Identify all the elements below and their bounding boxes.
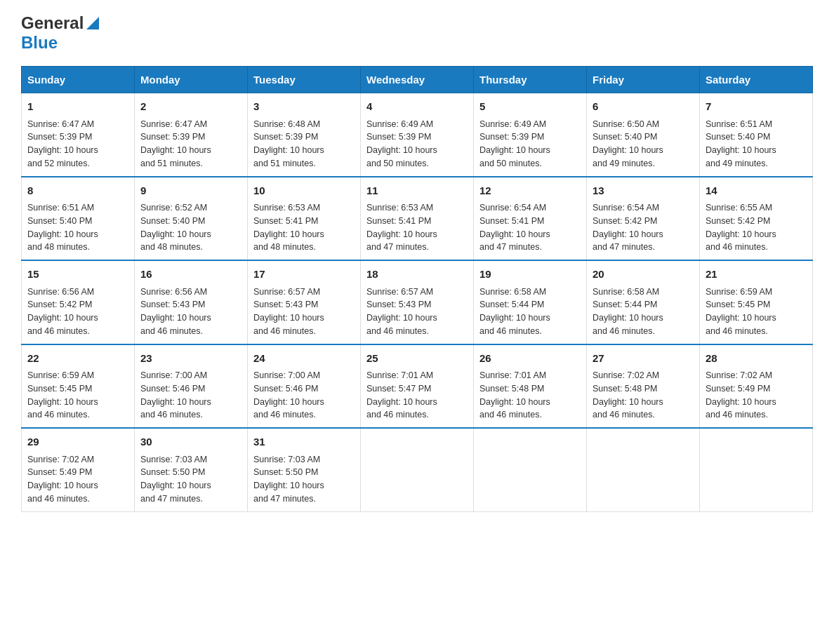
sunrise-label: Sunrise: 7:03 AM — [140, 455, 207, 464]
page-header: General Blue — [21, 14, 813, 52]
daylight-label: Daylight: 10 hours — [593, 229, 663, 239]
day-number: 15 — [27, 267, 128, 283]
daylight-label: Daylight: 10 hours — [140, 145, 211, 155]
day-number: 18 — [366, 267, 468, 283]
day-number: 27 — [593, 351, 694, 367]
calendar-week-row: 1 Sunrise: 6:47 AM Sunset: 5:39 PM Dayli… — [22, 93, 813, 177]
daylight-minutes: and 46 minutes. — [479, 410, 542, 420]
daylight-minutes: and 46 minutes. — [366, 326, 429, 336]
calendar-week-row: 29 Sunrise: 7:02 AM Sunset: 5:49 PM Dayl… — [22, 428, 813, 511]
calendar-cell: 25 Sunrise: 7:01 AM Sunset: 5:47 PM Dayl… — [361, 344, 474, 429]
daylight-label: Daylight: 10 hours — [27, 481, 98, 490]
daylight-minutes: and 46 minutes. — [706, 242, 768, 252]
sunset-label: Sunset: 5:45 PM — [27, 384, 92, 394]
calendar-cell: 28 Sunrise: 7:02 AM Sunset: 5:49 PM Dayl… — [700, 344, 813, 429]
sunset-label: Sunset: 5:42 PM — [27, 300, 92, 309]
calendar-table: SundayMondayTuesdayWednesdayThursdayFrid… — [21, 66, 813, 512]
daylight-label: Daylight: 10 hours — [140, 229, 211, 239]
calendar-cell: 20 Sunrise: 6:58 AM Sunset: 5:44 PM Dayl… — [587, 260, 700, 344]
calendar-cell — [700, 428, 813, 511]
calendar-cell: 22 Sunrise: 6:59 AM Sunset: 5:45 PM Dayl… — [22, 344, 135, 429]
calendar-week-row: 22 Sunrise: 6:59 AM Sunset: 5:45 PM Dayl… — [22, 344, 813, 429]
sunset-label: Sunset: 5:43 PM — [140, 300, 205, 309]
day-number: 22 — [27, 351, 128, 367]
daylight-label: Daylight: 10 hours — [706, 229, 776, 239]
day-number: 20 — [593, 267, 694, 283]
daylight-label: Daylight: 10 hours — [366, 229, 437, 239]
sunrise-label: Sunrise: 6:57 AM — [253, 287, 320, 297]
sunrise-label: Sunrise: 6:50 AM — [593, 119, 659, 129]
col-header-saturday: Saturday — [700, 67, 813, 93]
calendar-cell: 21 Sunrise: 6:59 AM Sunset: 5:45 PM Dayl… — [700, 260, 813, 344]
daylight-label: Daylight: 10 hours — [27, 397, 98, 407]
daylight-label: Daylight: 10 hours — [706, 313, 776, 323]
calendar-cell: 4 Sunrise: 6:49 AM Sunset: 5:39 PM Dayli… — [361, 93, 474, 177]
sunset-label: Sunset: 5:46 PM — [140, 384, 205, 394]
sunrise-label: Sunrise: 6:47 AM — [27, 119, 94, 129]
day-number: 25 — [366, 351, 468, 367]
calendar-cell: 13 Sunrise: 6:54 AM Sunset: 5:42 PM Dayl… — [587, 177, 700, 261]
logo-general: General — [21, 13, 84, 32]
calendar-cell: 23 Sunrise: 7:00 AM Sunset: 5:46 PM Dayl… — [135, 344, 248, 429]
daylight-minutes: and 49 minutes. — [706, 159, 768, 168]
sunset-label: Sunset: 5:45 PM — [706, 300, 770, 309]
daylight-minutes: and 46 minutes. — [706, 326, 768, 336]
daylight-minutes: and 47 minutes. — [253, 494, 316, 504]
sunrise-label: Sunrise: 6:56 AM — [27, 287, 94, 297]
sunrise-label: Sunrise: 7:02 AM — [593, 370, 659, 380]
daylight-label: Daylight: 10 hours — [27, 313, 98, 323]
logo-blue: Blue — [21, 34, 99, 52]
calendar-header-row: SundayMondayTuesdayWednesdayThursdayFrid… — [22, 67, 813, 93]
sunrise-label: Sunrise: 6:49 AM — [366, 119, 433, 129]
sunset-label: Sunset: 5:42 PM — [593, 216, 657, 226]
sunrise-label: Sunrise: 7:01 AM — [366, 370, 433, 380]
sunrise-label: Sunrise: 6:59 AM — [27, 370, 94, 380]
sunset-label: Sunset: 5:39 PM — [366, 132, 431, 142]
logo-text: General Blue — [21, 14, 99, 52]
day-number: 4 — [366, 99, 468, 115]
sunset-label: Sunset: 5:50 PM — [253, 467, 318, 477]
sunset-label: Sunset: 5:41 PM — [366, 216, 431, 226]
sunrise-label: Sunrise: 6:56 AM — [140, 287, 207, 297]
col-header-sunday: Sunday — [22, 67, 135, 93]
day-number: 26 — [479, 351, 581, 367]
sunrise-label: Sunrise: 6:51 AM — [27, 203, 94, 213]
calendar-cell: 29 Sunrise: 7:02 AM Sunset: 5:49 PM Dayl… — [22, 428, 135, 511]
calendar-cell: 11 Sunrise: 6:53 AM Sunset: 5:41 PM Dayl… — [361, 177, 474, 261]
day-number: 17 — [253, 267, 355, 283]
calendar-cell — [587, 428, 700, 511]
calendar-cell: 24 Sunrise: 7:00 AM Sunset: 5:46 PM Dayl… — [248, 344, 361, 429]
sunset-label: Sunset: 5:44 PM — [479, 300, 544, 309]
col-header-tuesday: Tuesday — [248, 67, 361, 93]
sunset-label: Sunset: 5:44 PM — [593, 300, 657, 309]
daylight-minutes: and 46 minutes. — [593, 410, 655, 420]
daylight-minutes: and 46 minutes. — [140, 410, 203, 420]
calendar-cell: 15 Sunrise: 6:56 AM Sunset: 5:42 PM Dayl… — [22, 260, 135, 344]
calendar-cell: 18 Sunrise: 6:57 AM Sunset: 5:43 PM Dayl… — [361, 260, 474, 344]
day-number: 1 — [27, 99, 128, 115]
calendar-cell: 19 Sunrise: 6:58 AM Sunset: 5:44 PM Dayl… — [474, 260, 587, 344]
day-number: 13 — [593, 183, 694, 199]
daylight-label: Daylight: 10 hours — [140, 481, 211, 490]
sunset-label: Sunset: 5:50 PM — [140, 467, 205, 477]
daylight-label: Daylight: 10 hours — [366, 145, 437, 155]
day-number: 16 — [140, 267, 241, 283]
daylight-label: Daylight: 10 hours — [140, 313, 211, 323]
sunset-label: Sunset: 5:43 PM — [253, 300, 318, 309]
daylight-minutes: and 46 minutes. — [27, 494, 90, 504]
day-number: 6 — [593, 99, 694, 115]
daylight-minutes: and 49 minutes. — [593, 159, 655, 168]
daylight-minutes: and 48 minutes. — [140, 242, 203, 252]
daylight-label: Daylight: 10 hours — [479, 397, 550, 407]
day-number: 14 — [706, 183, 807, 199]
sunrise-label: Sunrise: 6:59 AM — [706, 287, 772, 297]
day-number: 28 — [706, 351, 807, 367]
sunrise-label: Sunrise: 6:48 AM — [253, 119, 320, 129]
calendar-cell: 14 Sunrise: 6:55 AM Sunset: 5:42 PM Dayl… — [700, 177, 813, 261]
sunset-label: Sunset: 5:47 PM — [366, 384, 431, 394]
calendar-cell: 10 Sunrise: 6:53 AM Sunset: 5:41 PM Dayl… — [248, 177, 361, 261]
calendar-cell: 16 Sunrise: 6:56 AM Sunset: 5:43 PM Dayl… — [135, 260, 248, 344]
daylight-label: Daylight: 10 hours — [27, 229, 98, 239]
sunrise-label: Sunrise: 6:52 AM — [140, 203, 207, 213]
calendar-cell: 2 Sunrise: 6:47 AM Sunset: 5:39 PM Dayli… — [135, 93, 248, 177]
